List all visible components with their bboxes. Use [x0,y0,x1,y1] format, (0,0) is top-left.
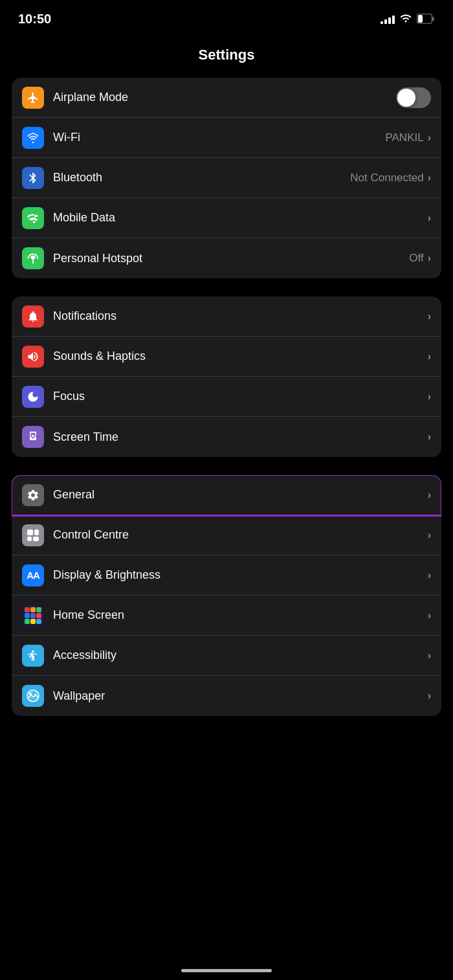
bluetooth-row[interactable]: Bluetooth Not Connected › [12,158,441,198]
screen-time-row[interactable]: Screen Time › [12,417,441,457]
airplane-mode-row[interactable]: Airplane Mode [12,78,441,118]
mobile-data-chevron: › [428,212,431,224]
sounds-chevron: › [428,351,431,362]
control-centre-chevron: › [428,529,431,541]
display-brightness-chevron: › [428,570,431,581]
accessibility-row[interactable]: Accessibility › [12,636,441,676]
mobile-data-icon [22,207,44,229]
svg-rect-16 [36,619,41,624]
sounds-label: Sounds & Haptics [53,350,428,363]
personal-hotspot-row[interactable]: Personal Hotspot Off › [12,238,441,278]
screen-time-icon [22,426,44,448]
svg-rect-14 [25,619,30,624]
focus-row[interactable]: Focus › [12,377,441,417]
display-brightness-row[interactable]: AA Display & Brightness › [12,555,441,596]
general-label: General [53,488,428,502]
notifications-label: Notifications [53,309,428,323]
sounds-icon [22,346,44,368]
general-row[interactable]: General › [12,475,441,515]
toggle-knob [397,89,415,107]
network-group: Airplane Mode Wi-Fi PANKIL › Bluetooth N… [12,78,441,278]
svg-rect-4 [34,529,39,535]
svg-rect-8 [25,607,30,612]
focus-chevron: › [428,391,431,403]
svg-rect-2 [432,17,434,21]
battery-icon [417,14,435,24]
wallpaper-row[interactable]: Wallpaper › [12,676,441,716]
svg-rect-10 [36,607,41,612]
airplane-mode-toggle[interactable] [396,87,431,108]
notifications-row[interactable]: Notifications › [12,296,441,337]
sounds-haptics-row[interactable]: Sounds & Haptics › [12,337,441,377]
display-brightness-label: Display & Brightness [53,568,428,582]
general-icon [22,484,44,506]
svg-rect-1 [418,15,423,23]
bluetooth-value: Not Connected [350,172,423,184]
hotspot-chevron: › [428,252,431,264]
wifi-chevron: › [428,132,431,144]
bluetooth-chevron: › [428,172,431,184]
status-bar: 10:50 [0,0,453,35]
home-screen-row[interactable]: Home Screen › [12,596,441,636]
bluetooth-icon [22,167,44,189]
home-screen-icon [22,605,44,627]
display-brightness-icon: AA [22,564,44,586]
control-centre-label: Control Centre [53,528,428,542]
svg-rect-12 [30,613,36,618]
status-icons [381,12,435,25]
page-title: Settings [199,47,255,63]
accessibility-icon [22,645,44,667]
screen-time-label: Screen Time [53,430,428,444]
accessibility-chevron: › [428,650,431,662]
wallpaper-chevron: › [428,690,431,702]
general-chevron: › [428,489,431,501]
signal-icon [381,14,395,24]
focus-icon [22,386,44,408]
svg-rect-13 [36,613,41,618]
control-centre-row[interactable]: Control Centre › [12,515,441,555]
page-header: Settings [0,35,453,78]
notifications-group: Notifications › Sounds & Haptics › Focus… [12,296,441,457]
airplane-mode-icon [22,87,44,109]
control-centre-icon [22,524,44,546]
notifications-chevron: › [428,311,431,322]
wifi-status-icon [399,12,412,25]
hotspot-value: Off [409,252,423,265]
general-group: General › Control Centre › AA Display & … [12,475,441,716]
wifi-value: PANKIL [385,131,423,144]
status-time: 10:50 [18,12,51,27]
screen-time-chevron: › [428,431,431,443]
svg-rect-5 [27,537,32,541]
wifi-label: Wi-Fi [53,131,385,144]
svg-rect-15 [30,619,36,624]
svg-rect-3 [27,529,33,535]
hotspot-label: Personal Hotspot [53,252,409,265]
bluetooth-label: Bluetooth [53,171,350,184]
svg-point-17 [32,650,34,652]
hotspot-icon [22,247,44,269]
wifi-row[interactable]: Wi-Fi PANKIL › [12,118,441,158]
wallpaper-label: Wallpaper [53,689,428,703]
home-screen-chevron: › [428,610,431,621]
wallpaper-icon [22,685,44,707]
mobile-data-label: Mobile Data [53,211,428,225]
svg-rect-11 [25,613,30,618]
notifications-icon [22,306,44,328]
svg-rect-6 [33,537,39,541]
svg-point-19 [29,693,32,695]
svg-rect-9 [30,607,36,612]
airplane-mode-label: Airplane Mode [53,91,396,104]
wifi-icon [22,127,44,149]
focus-label: Focus [53,390,428,403]
home-screen-label: Home Screen [53,608,428,622]
accessibility-label: Accessibility [53,649,428,662]
mobile-data-row[interactable]: Mobile Data › [12,198,441,238]
home-indicator [181,969,272,972]
